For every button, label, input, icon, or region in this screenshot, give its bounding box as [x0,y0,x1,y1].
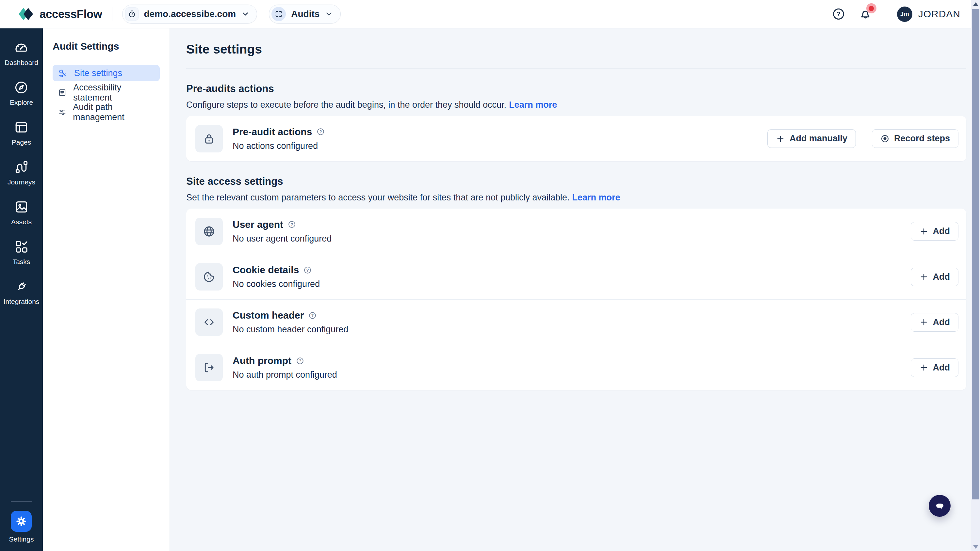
pre-audit-card-info: Pre-audit actions ? No actions configure… [232,126,325,151]
help-circle-icon[interactable]: ? [309,311,317,319]
panel-item-audit-path-management[interactable]: Audit path management [52,104,160,121]
sidebar-item-assets[interactable]: Assets [11,199,32,226]
code-brackets-icon [195,308,223,336]
plus-icon [919,363,928,372]
add-cookie-button[interactable]: Add [911,268,958,286]
panel-title: Audit Settings [52,41,160,52]
primary-sidebar: Dashboard Explore Pages Journeys [0,29,43,551]
user-agent-info: User agent ? No user agent configured [232,219,332,244]
user-agent-title: User agent [232,219,283,230]
panel-item-label: Site settings [74,68,122,78]
site-access-card: User agent ? No user agent configured Ad… [186,209,966,390]
username: JORDAN [918,8,960,20]
add-auth-prompt-button[interactable]: Add [911,359,958,377]
add-label: Add [933,317,950,327]
auth-prompt-subtitle: No auth prompt configured [232,370,337,380]
user-agent-row: User agent ? No user agent configured Ad… [186,209,966,254]
custom-header-actions: Add [911,313,958,332]
help-circle-icon[interactable]: ? [317,128,325,136]
sidebar-item-explore[interactable]: Explore [10,80,33,106]
panel-item-label: Audit path management [73,102,154,122]
cookie-details-actions: Add [911,268,958,286]
custom-header-subtitle: No custom header configured [232,324,348,335]
pre-audits-heading: Pre-audits actions [186,83,966,95]
add-user-agent-button[interactable]: Add [911,222,958,241]
chat-widget-button[interactable] [929,495,951,517]
compass-icon [14,80,29,95]
pre-audit-actions-card: Pre-audit actions ? No actions configure… [186,116,966,161]
auth-prompt-actions: Add [911,359,958,377]
chevron-down-icon [241,10,250,18]
scrollbar-up-arrow-icon[interactable] [973,2,978,6]
site-access-description-text: Set the relevant custom parameters to ac… [186,192,570,202]
sidebar-item-label: Tasks [13,258,30,266]
auth-prompt-title-row: Auth prompt ? [232,355,337,366]
record-steps-button[interactable]: Record steps [872,129,958,148]
accessflow-logo-icon [19,6,34,22]
user-agent-subtitle: No user agent configured [232,234,332,244]
notification-dot [869,6,874,11]
sidebar-item-label: Integrations [3,298,40,305]
panel-item-site-settings[interactable]: Site settings [52,65,160,81]
pre-audits-description-text: Configure steps to execute before the au… [186,100,506,110]
custom-header-row: Custom header ? No custom header configu… [186,299,966,345]
plug-icon [14,279,29,294]
brand-logo[interactable]: accessFlow [19,6,102,22]
gear-icon [15,515,27,527]
add-manually-button[interactable]: Add manually [767,129,856,148]
add-label: Add [933,226,950,236]
sidebar-item-integrations[interactable]: Integrations [3,279,40,305]
svg-text:?: ? [306,268,309,272]
sidebar-item-label: Settings [9,535,34,543]
scrollbar-thumb[interactable] [972,9,979,499]
add-label: Add [933,272,950,282]
panel-item-accessibility-statement[interactable]: Accessibility statement [52,84,160,101]
help-circle-icon: ? [832,7,845,21]
scan-frame-icon [272,7,286,21]
lock-icon [195,125,223,152]
sidebar-item-journeys[interactable]: Journeys [8,160,35,186]
sidebar-item-tasks[interactable]: Tasks [13,239,30,266]
main-content: Site settings Pre-audits actions Configu… [170,29,980,551]
pre-audit-card-actions: Add manually Record steps [767,129,958,148]
route-icon [14,160,29,175]
sidebar-item-label: Journeys [8,178,35,186]
sidebar-item-label: Explore [10,98,33,106]
sidebar-item-label: Dashboard [5,59,38,67]
button-divider [864,131,864,146]
add-custom-header-button[interactable]: Add [911,313,958,332]
custom-header-info: Custom header ? No custom header configu… [232,310,348,335]
pre-audit-card-title: Pre-audit actions [232,126,312,137]
sidebar-item-pages[interactable]: Pages [12,120,31,146]
context-selector-audits[interactable]: Audits [269,5,341,24]
learn-more-link[interactable]: Learn more [509,100,557,110]
app-body: Dashboard Explore Pages Journeys [0,29,980,551]
auth-prompt-row: Auth prompt ? No auth prompt configured … [186,345,966,390]
svg-text:?: ? [837,10,840,17]
learn-more-link[interactable]: Learn more [572,192,620,202]
top-header: accessFlow demo.accessibe.com Audits ? [0,0,980,29]
site-access-description: Set the relevant custom parameters to ac… [186,192,966,203]
window-scrollbar[interactable] [971,0,980,551]
sidebar-item-label: Assets [11,218,32,226]
scrollbar-down-arrow-icon[interactable] [973,545,978,549]
cookie-details-info: Cookie details ? No cookies configured [232,264,320,289]
brand-wordmark: accessFlow [40,8,102,21]
help-circle-icon[interactable]: ? [304,266,312,274]
sidebar-item-settings[interactable]: Settings [9,511,34,543]
record-steps-label: Record steps [894,133,950,144]
plus-icon [919,318,928,327]
title-divider [186,68,966,68]
help-button[interactable]: ? [831,6,846,22]
user-menu[interactable]: Jm JORDAN [897,6,960,22]
help-circle-icon[interactable]: ? [296,357,304,365]
domain-selector[interactable]: demo.accessibe.com [122,5,258,24]
audit-settings-panel: Audit Settings Site settings Accessibili… [43,29,170,551]
sidebar-item-dashboard[interactable]: Dashboard [5,40,38,67]
tasks-check-icon [14,239,29,254]
help-circle-icon[interactable]: ? [288,220,296,229]
cookie-details-title: Cookie details [232,264,299,275]
notifications-button[interactable] [858,6,873,22]
header-divider [885,7,885,21]
chat-bubble-icon [934,500,946,512]
